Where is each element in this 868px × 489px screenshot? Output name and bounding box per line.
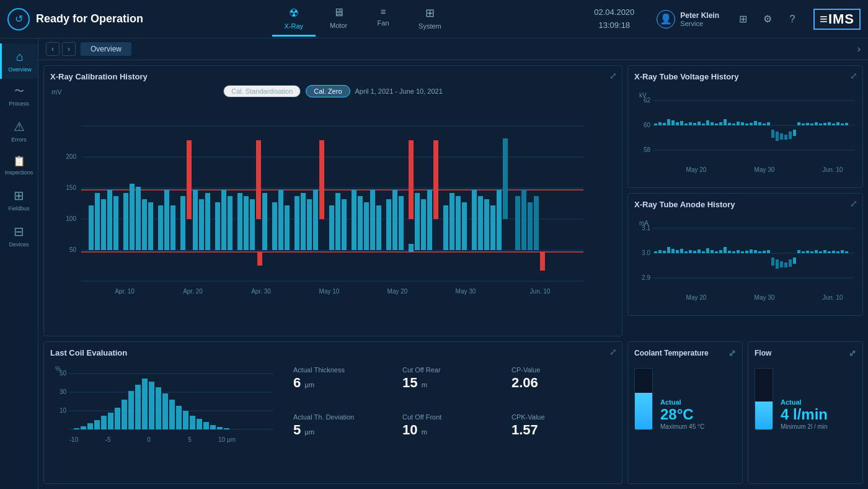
svg-rect-94 <box>658 122 662 125</box>
svg-rect-163 <box>719 250 722 253</box>
svg-rect-162 <box>715 251 718 253</box>
cut-off-front-label: Cut Off Front <box>402 413 507 421</box>
settings-button[interactable]: ⚙ <box>759 11 776 28</box>
calibration-expand-button[interactable]: ⤢ <box>609 71 617 81</box>
nav-forward-button[interactable]: › <box>62 42 76 56</box>
svg-rect-181 <box>797 250 800 253</box>
flow-actual-label: Actual <box>781 398 828 406</box>
svg-rect-42 <box>294 196 299 250</box>
anode-expand-button[interactable]: ⤢ <box>850 199 857 209</box>
anode-card: X-Ray Tube Anode History ⤢ mA 3.1 3.0 2.… <box>627 193 863 316</box>
actual-thickness-value: 6 <box>293 375 301 390</box>
svg-rect-59 <box>409 244 414 252</box>
svg-rect-99 <box>680 121 683 125</box>
svg-rect-136 <box>841 123 844 125</box>
main-layout: ⌂ Overview 〜 Process ⚠ Errors 📋 Inspecti… <box>0 38 868 489</box>
svg-rect-50 <box>352 190 356 250</box>
svg-rect-46 <box>319 140 324 219</box>
svg-rect-223 <box>203 422 209 429</box>
svg-rect-67 <box>462 202 467 250</box>
svg-rect-173 <box>763 251 766 253</box>
sidebar-item-process[interactable]: 〜 Process <box>0 79 38 113</box>
sidebar-item-overview[interactable]: ⌂ Overview <box>0 43 38 79</box>
svg-rect-218 <box>169 400 175 429</box>
cal-zero-tab[interactable]: Cal. Zero <box>306 85 350 97</box>
sidebar-item-fieldbus[interactable]: ⊞ Fieldbus <box>0 182 38 218</box>
svg-rect-32 <box>228 196 232 250</box>
sidebar-item-errors[interactable]: ⚠ Errors <box>0 113 38 149</box>
svg-text:May 20: May 20 <box>686 294 707 301</box>
svg-rect-220 <box>183 411 188 429</box>
coolant-fill <box>635 393 652 429</box>
svg-rect-209 <box>108 413 113 429</box>
svg-rect-169 <box>745 251 748 253</box>
actual-thickness-unit: µm <box>305 381 315 388</box>
svg-rect-211 <box>122 400 127 429</box>
svg-text:Apr. 20: Apr. 20 <box>183 288 203 295</box>
coil-card-title: Last Coil Evaluation <box>50 348 616 357</box>
svg-rect-72 <box>497 190 502 250</box>
content-area: ‹ › Overview › X-Ray Calibration History… <box>38 38 868 489</box>
svg-rect-125 <box>793 130 796 136</box>
svg-text:May 30: May 30 <box>456 288 476 295</box>
coolant-actual-value: 28°C <box>660 406 704 423</box>
svg-rect-115 <box>750 123 753 125</box>
svg-rect-164 <box>724 247 727 253</box>
svg-rect-19 <box>136 187 141 250</box>
svg-rect-45 <box>313 190 318 250</box>
tab-system[interactable]: ⊞ System <box>406 1 454 37</box>
cpk-value-label: CPK-Value <box>512 413 616 421</box>
svg-rect-167 <box>737 250 740 253</box>
svg-rect-186 <box>819 251 822 253</box>
svg-rect-182 <box>802 251 805 253</box>
coil-expand-button[interactable]: ⤢ <box>609 347 617 357</box>
time-display: 13:09:18 <box>594 19 634 32</box>
flow-values: Actual 4 l/min Minimum 2l / min <box>781 398 828 430</box>
svg-text:30: 30 <box>60 388 67 395</box>
svg-rect-114 <box>745 123 748 125</box>
fullscreen-button[interactable]: ⊞ <box>734 11 751 28</box>
fan-icon: ≡ <box>381 6 386 17</box>
svg-text:-10: -10 <box>69 436 79 443</box>
svg-text:3.0: 3.0 <box>642 249 650 256</box>
flow-expand-button[interactable]: ⤢ <box>849 348 856 358</box>
sidebar-item-devices[interactable]: ⊟ Devices <box>0 218 38 254</box>
help-button[interactable]: ? <box>784 11 801 28</box>
svg-rect-28 <box>199 199 204 250</box>
nav-back-button[interactable]: ‹ <box>46 42 60 56</box>
svg-rect-66 <box>456 196 461 250</box>
sidebar-item-inspections[interactable]: 📋 Inspections <box>0 149 38 182</box>
sidebar-collapse-button[interactable]: › <box>857 43 861 55</box>
cp-value-label: CP-Value <box>512 366 616 374</box>
svg-rect-36 <box>256 140 261 219</box>
process-icon: 〜 <box>14 85 24 98</box>
tab-fan[interactable]: ≡ Fan <box>361 1 405 37</box>
svg-rect-204 <box>74 428 79 429</box>
actual-deviation-value: 5 <box>293 422 301 437</box>
svg-rect-61 <box>421 199 426 250</box>
svg-rect-117 <box>758 122 761 125</box>
svg-rect-151 <box>667 247 670 253</box>
cpk-value-value: 1.57 <box>512 422 616 438</box>
coolant-values: Actual 28°C Maximum 45 °C <box>660 398 704 430</box>
svg-rect-21 <box>148 202 153 250</box>
tab-xray[interactable]: ☢ X-Ray <box>272 1 316 37</box>
fieldbus-icon: ⊞ <box>14 188 24 203</box>
cal-standardisation-tab[interactable]: Cal. Standardisation <box>223 85 301 97</box>
svg-rect-185 <box>815 250 818 253</box>
date-display: 02.04.2020 <box>594 6 634 19</box>
svg-rect-98 <box>676 122 679 125</box>
svg-rect-54 <box>376 205 381 250</box>
voltage-expand-button[interactable]: ⤢ <box>850 71 857 81</box>
logo-area: ↺ Ready for Operation <box>7 8 144 30</box>
coolant-expand-button[interactable]: ⤢ <box>728 348 736 358</box>
tab-motor[interactable]: 🖥 Motor <box>317 1 360 37</box>
svg-rect-155 <box>684 251 688 253</box>
coil-layout: % 50 30 10 <box>50 361 616 460</box>
svg-text:May 30: May 30 <box>755 294 775 301</box>
coolant-max-label: Maximum 45 °C <box>660 423 704 430</box>
svg-text:60: 60 <box>644 122 651 128</box>
svg-rect-37 <box>262 193 267 250</box>
svg-rect-160 <box>706 248 709 253</box>
svg-rect-124 <box>789 132 792 139</box>
